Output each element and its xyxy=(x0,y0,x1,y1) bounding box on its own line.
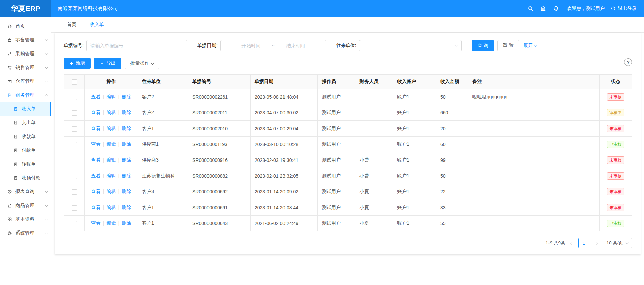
sidebar-item-home[interactable]: 首页 xyxy=(0,19,51,33)
tab-income-receipt[interactable]: 收入单 xyxy=(83,17,111,32)
select-all-checkbox[interactable] xyxy=(72,79,77,85)
pagination-prev[interactable] xyxy=(568,242,575,244)
row-checkbox[interactable] xyxy=(72,110,77,116)
row-action-edit[interactable]: 编辑 xyxy=(107,157,116,163)
row-action-edit[interactable]: 编辑 xyxy=(107,110,116,115)
row-checkbox[interactable] xyxy=(72,126,77,132)
cell-remark xyxy=(468,137,600,152)
help-icon[interactable]: ? xyxy=(624,58,632,66)
column-header-6: 收入账户 xyxy=(393,75,436,89)
sidebar-item-retail[interactable]: 零售管理 xyxy=(0,33,51,47)
row-checkbox[interactable] xyxy=(72,205,77,211)
sidebar-subitem-income[interactable]: 收入单 xyxy=(0,102,51,116)
sidebar-subitem-prepaid[interactable]: 收预付款 xyxy=(0,171,51,185)
row-checkbox[interactable] xyxy=(72,189,77,195)
cell-bill-date: 2021-06-02 00:24:49 xyxy=(251,216,318,231)
sidebar-item-sales[interactable]: 销售管理 xyxy=(0,61,51,74)
row-action-edit[interactable]: 编辑 xyxy=(107,173,116,178)
sidebar-subitem-label: 收款单 xyxy=(22,134,36,140)
chevron-down-icon xyxy=(45,51,48,55)
row-checkbox[interactable] xyxy=(72,174,77,179)
row-action-view[interactable]: 查看 xyxy=(91,157,101,163)
row-action-edit[interactable]: 编辑 xyxy=(107,141,116,147)
bill-no-input[interactable] xyxy=(86,40,187,51)
row-action-edit[interactable]: 编辑 xyxy=(107,126,116,131)
logout-button[interactable]: 退出登录 xyxy=(611,6,637,12)
cell-remark xyxy=(468,152,600,168)
status-badge: 未审核 xyxy=(607,172,624,180)
sidebar-item-finance[interactable]: 财务管理 xyxy=(0,88,51,102)
cell-select xyxy=(64,216,85,231)
row-action-delete[interactable]: 删除 xyxy=(122,205,131,210)
date-range-picker[interactable]: ~ xyxy=(220,40,326,51)
cell-unit: 客户1 xyxy=(138,121,188,137)
cell-actions: 查看|编辑|删除 xyxy=(85,89,138,105)
expand-link[interactable]: 展开 xyxy=(523,43,537,49)
page-size-select[interactable]: 10 条/页 xyxy=(603,238,632,248)
reset-button[interactable]: 重 置 xyxy=(497,40,520,51)
table-row: 查看|编辑|删除江苏德鲁生物科技有限...SR000000008822023-0… xyxy=(64,168,632,184)
sidebar-item-warehouse[interactable]: 仓库管理 xyxy=(0,74,51,88)
row-action-view[interactable]: 查看 xyxy=(91,141,101,147)
sidebar-item-purchase[interactable]: 采购管理 xyxy=(0,47,51,61)
column-header-2: 单据编号 xyxy=(188,75,251,89)
unit-select[interactable] xyxy=(359,40,462,51)
chevron-down-icon xyxy=(534,44,537,47)
cell-select xyxy=(64,184,85,200)
pagination-page-1[interactable]: 1 xyxy=(578,238,589,248)
purchase-icon xyxy=(7,51,12,56)
add-button[interactable]: 新增 xyxy=(64,58,91,69)
status-badge: 未审核 xyxy=(607,204,624,211)
row-action-edit[interactable]: 编辑 xyxy=(107,189,116,194)
row-action-view[interactable]: 查看 xyxy=(91,126,101,131)
search-icon[interactable] xyxy=(524,0,537,17)
row-action-delete[interactable]: 删除 xyxy=(122,126,131,131)
batch-actions-button[interactable]: 批量操作 xyxy=(125,58,159,69)
sidebar-item-basic[interactable]: 基本资料 xyxy=(0,212,51,226)
pagination-next[interactable] xyxy=(593,242,599,244)
row-action-view[interactable]: 查看 xyxy=(91,205,101,210)
bell-icon[interactable] xyxy=(550,0,562,17)
row-action-edit[interactable]: 编辑 xyxy=(107,205,116,210)
sidebar-subitem-payment[interactable]: 付款单 xyxy=(0,143,51,157)
row-checkbox[interactable] xyxy=(72,158,77,163)
row-action-view[interactable]: 查看 xyxy=(91,173,101,178)
date-start-input[interactable] xyxy=(231,43,271,48)
table-row: 查看|编辑|删除客户2SR000000022612023-05-08 21:48… xyxy=(64,89,632,105)
row-checkbox[interactable] xyxy=(72,95,77,100)
row-action-edit[interactable]: 编辑 xyxy=(107,220,116,226)
row-action-view[interactable]: 查看 xyxy=(91,94,101,99)
row-checkbox[interactable] xyxy=(72,221,77,226)
cell-bill-date: 2023-04-07 00:29:04 xyxy=(251,121,318,137)
row-action-view[interactable]: 查看 xyxy=(91,110,101,115)
row-action-view[interactable]: 查看 xyxy=(91,189,101,194)
search-button[interactable]: 查 询 xyxy=(472,40,494,51)
cell-operator: 测试用户 xyxy=(318,152,355,168)
cell-unit: 江苏德鲁生物科技有限... xyxy=(138,168,188,184)
row-action-delete[interactable]: 删除 xyxy=(122,157,131,163)
welcome-user[interactable]: 欢迎您，测试用户 xyxy=(567,6,605,12)
row-action-delete[interactable]: 删除 xyxy=(122,94,131,99)
sidebar-subitem-transfer[interactable]: 转账单 xyxy=(0,157,51,171)
sidebar-item-goods[interactable]: 商品管理 xyxy=(0,199,51,212)
row-action-view[interactable]: 查看 xyxy=(91,220,101,226)
row-action-delete[interactable]: 删除 xyxy=(122,220,131,226)
cell-finance-person: 小夏 xyxy=(355,184,393,200)
sidebar-item-report[interactable]: 报表查询 xyxy=(0,185,51,199)
row-action-delete[interactable]: 删除 xyxy=(122,173,131,178)
cell-bill-date: 2023-01-14 20:08:44 xyxy=(251,200,318,216)
app-logo[interactable]: 华夏ERP xyxy=(0,0,51,17)
row-action-delete[interactable]: 删除 xyxy=(122,141,131,147)
bank-icon[interactable] xyxy=(537,0,550,17)
row-action-edit[interactable]: 编辑 xyxy=(107,94,116,99)
sidebar-subitem-expense[interactable]: 支出单 xyxy=(0,116,51,130)
row-checkbox[interactable] xyxy=(72,142,77,147)
row-action-delete[interactable]: 删除 xyxy=(122,110,131,115)
date-end-input[interactable] xyxy=(275,43,315,48)
sidebar-item-system[interactable]: 系统管理 xyxy=(0,226,51,240)
cell-status: 已审核 xyxy=(600,216,632,231)
row-action-delete[interactable]: 删除 xyxy=(122,189,131,194)
export-button[interactable]: 导出 xyxy=(94,58,121,69)
sidebar-subitem-collection[interactable]: 收款单 xyxy=(0,130,51,143)
tab-home[interactable]: 首页 xyxy=(60,17,83,32)
